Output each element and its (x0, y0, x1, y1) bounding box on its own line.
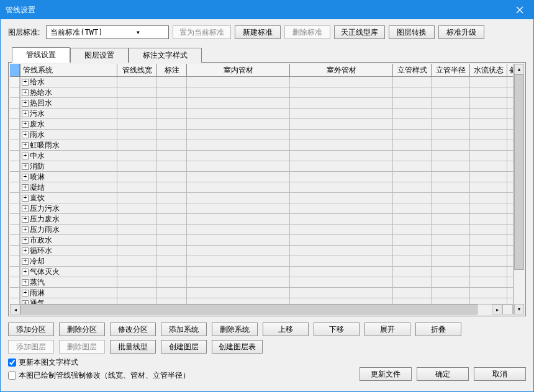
cell-riser-radius[interactable] (431, 87, 469, 97)
cell-annotation[interactable] (156, 235, 186, 245)
cell-riser-style[interactable] (392, 98, 431, 108)
cell-flow[interactable] (469, 298, 507, 304)
table-row[interactable]: +热给水 (10, 87, 513, 98)
cell-linewidth[interactable] (117, 203, 156, 213)
tab-text-style[interactable]: 标注文字样式 (129, 48, 202, 63)
cell-riser-style[interactable] (392, 130, 431, 140)
cell-flow[interactable] (469, 277, 507, 287)
cell-flow[interactable] (469, 235, 507, 245)
vscroll-track[interactable] (514, 74, 524, 304)
cell-annotation[interactable] (156, 109, 186, 118)
cell-linewidth[interactable] (117, 182, 156, 192)
cell-linewidth[interactable] (117, 109, 156, 118)
cell-linewidth[interactable] (117, 214, 156, 224)
cell-system[interactable]: +直饮 (20, 193, 117, 203)
cell-annotation[interactable] (156, 98, 186, 108)
cell-riser-radius[interactable] (431, 161, 469, 171)
cell-linewidth[interactable] (117, 140, 156, 150)
cell-system[interactable]: +虹吸雨水 (20, 140, 117, 150)
cell-riser-style[interactable] (392, 246, 431, 256)
cell-indoor[interactable] (186, 172, 289, 182)
cell-flow[interactable] (469, 119, 507, 129)
cell-riser-style[interactable] (392, 172, 431, 182)
expand-icon[interactable]: + (22, 279, 29, 286)
expand-icon[interactable]: + (22, 237, 29, 244)
expand-icon[interactable]: + (22, 174, 29, 180)
cell-linewidth[interactable] (117, 130, 156, 140)
cell-flow[interactable] (469, 256, 507, 266)
standard-upgrade-button[interactable]: 标准升级 (438, 25, 484, 39)
move-down-button[interactable]: 下移 (314, 323, 360, 336)
cell-annotation[interactable] (156, 298, 186, 304)
cell-indoor[interactable] (186, 203, 289, 213)
cell-riser-style[interactable] (392, 214, 431, 224)
delete-zone-button[interactable]: 删除分区 (59, 323, 105, 336)
cell-indoor[interactable] (186, 130, 289, 140)
cell-flow[interactable] (469, 203, 507, 213)
expand-icon[interactable]: + (22, 290, 29, 296)
expand-icon[interactable]: + (22, 142, 29, 149)
table-row[interactable]: +气体灭火 (10, 267, 513, 277)
cell-riser-radius[interactable] (431, 140, 469, 150)
table-row[interactable]: +给水 (10, 77, 513, 87)
cell-riser-style[interactable] (392, 225, 431, 234)
cell-riser-radius[interactable] (431, 109, 469, 118)
table-row[interactable]: +凝结 (10, 182, 513, 193)
row-selector[interactable] (10, 256, 20, 266)
table-row[interactable]: +虹吸雨水 (10, 140, 513, 151)
hscroll-track[interactable] (20, 305, 492, 314)
row-selector[interactable] (10, 298, 20, 304)
table-row[interactable]: +通气 (10, 298, 513, 304)
cell-system[interactable]: +通气 (20, 298, 117, 304)
cell-outdoor[interactable] (289, 288, 392, 298)
cell-riser-style[interactable] (392, 193, 431, 203)
cell-flow[interactable] (469, 77, 507, 87)
col-annotation[interactable]: 标注 (156, 64, 186, 76)
cell-system[interactable]: +喷淋 (20, 172, 117, 182)
cell-riser-style[interactable] (392, 288, 431, 298)
row-selector[interactable] (10, 182, 20, 192)
cell-riser-radius[interactable] (431, 246, 469, 256)
cell-remark[interactable] (507, 193, 513, 203)
cell-system[interactable]: +冷却 (20, 256, 117, 266)
cell-riser-radius[interactable] (431, 214, 469, 224)
cell-riser-style[interactable] (392, 256, 431, 266)
cell-remark[interactable] (507, 151, 513, 161)
edit-zone-button[interactable]: 修改分区 (110, 323, 156, 336)
cell-riser-radius[interactable] (431, 193, 469, 203)
cell-riser-radius[interactable] (431, 130, 469, 140)
cell-system[interactable]: +中水 (20, 151, 117, 161)
cell-system[interactable]: +气体灭火 (20, 267, 117, 277)
col-outdoor-pipe[interactable]: 室外管材 (289, 64, 392, 76)
cell-indoor[interactable] (186, 288, 289, 298)
cell-linewidth[interactable] (117, 246, 156, 256)
table-row[interactable]: +压力废水 (10, 214, 513, 225)
table-row[interactable]: +压力雨水 (10, 225, 513, 235)
row-selector[interactable] (10, 151, 20, 161)
cell-system[interactable]: +凝结 (20, 182, 117, 192)
cell-linewidth[interactable] (117, 119, 156, 129)
cell-remark[interactable] (507, 77, 513, 87)
cell-indoor[interactable] (186, 267, 289, 277)
row-selector[interactable] (10, 140, 20, 150)
cell-indoor[interactable] (186, 151, 289, 161)
table-row[interactable]: +废水 (10, 119, 513, 130)
cell-remark[interactable] (507, 161, 513, 171)
cell-riser-style[interactable] (392, 298, 431, 304)
cell-flow[interactable] (469, 87, 507, 97)
cell-annotation[interactable] (156, 161, 186, 171)
cell-riser-style[interactable] (392, 119, 431, 129)
cell-system[interactable]: +雨淋 (20, 288, 117, 298)
cell-flow[interactable] (469, 225, 507, 234)
row-selector[interactable] (10, 288, 20, 298)
horizontal-scrollbar[interactable]: ◂ ▸ (10, 304, 513, 314)
close-button[interactable] (505, 1, 533, 19)
cell-riser-radius[interactable] (431, 172, 469, 182)
add-zone-button[interactable]: 添加分区 (8, 323, 54, 336)
cell-outdoor[interactable] (289, 77, 392, 87)
row-selector-header[interactable] (10, 64, 20, 76)
cell-annotation[interactable] (156, 172, 186, 182)
cell-remark[interactable] (507, 172, 513, 182)
row-selector[interactable] (10, 225, 20, 234)
cell-system[interactable]: +压力雨水 (20, 225, 117, 234)
